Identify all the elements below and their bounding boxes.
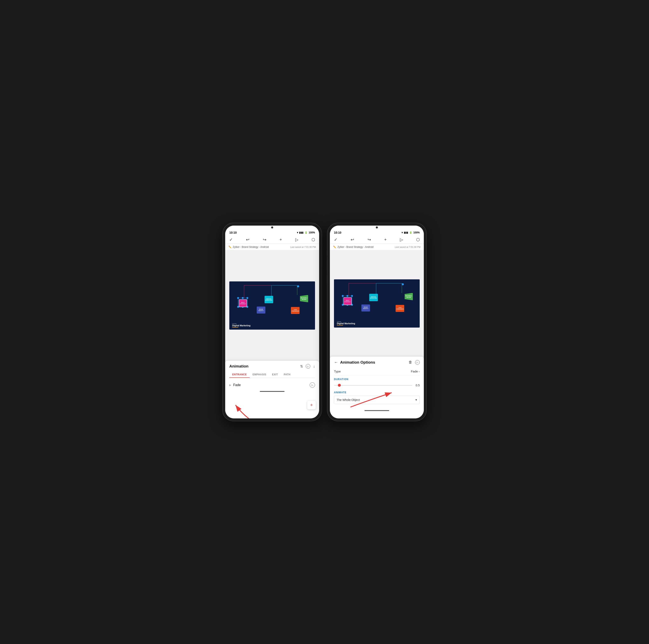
type-chevron: › [419, 370, 420, 373]
tab-path[interactable]: PATH [281, 372, 293, 378]
animate-section-label: ANIMATE [334, 391, 420, 394]
tab-exit[interactable]: EXIT [269, 372, 281, 378]
connector-build [244, 285, 244, 299]
slider-thumb[interactable] [338, 384, 341, 387]
node-brand-2[interactable]: BRANDIDENTITY [361, 304, 370, 311]
edit-icon-2: ✏️ [333, 246, 336, 249]
wifi-icon-2: ▾ [401, 231, 403, 234]
handle-tr-2 [351, 295, 353, 297]
animation-options-panel: ← Animation Options 🗑 ▷ Type Fade › [330, 357, 424, 418]
redo-button-2[interactable]: ↪ [367, 237, 371, 242]
duration-row: 0.5 [334, 382, 420, 389]
battery-icon-2: 🔋 [409, 231, 412, 234]
play-button[interactable]: ▷ [295, 237, 298, 242]
undo-button-2[interactable]: ↩ [351, 237, 354, 242]
status-time-2: 10:10 [334, 231, 341, 234]
fab-add-button[interactable]: + [307, 401, 316, 410]
connector-top2 [271, 285, 297, 286]
slide-title-area: Overview Digital Marketing [232, 323, 251, 328]
tab-emphasis[interactable]: EMPHASIS [250, 372, 269, 378]
share-button-2[interactable]: ⬡ [416, 237, 420, 242]
phone-1: 10:10 ▾ ▮▮▮ 🔋 100% ✓ ↩ ↪ + ▷ ⬡ [223, 223, 321, 421]
duration-section-label: DURATION [334, 378, 420, 381]
toolbar: ✓ ↩ ↪ + ▷ ⬡ [225, 235, 319, 244]
edit-icon: ✏️ [228, 246, 231, 249]
delete-icon[interactable]: 🗑 [408, 360, 412, 364]
duration-slider[interactable] [334, 385, 412, 386]
signal-icon: ▮▮▮ [299, 231, 303, 234]
animation-item-left: ▶ Fade [229, 383, 241, 387]
panel-title: Animation [229, 364, 249, 369]
play-button-2[interactable]: ▷ [400, 237, 403, 242]
options-panel-icons: 🗑 ▷ [408, 360, 420, 364]
node-inbound[interactable]: INBOUNDMARKETING [265, 296, 273, 303]
status-icons: ▾ ▮▮▮ 🔋 100% [297, 231, 315, 234]
node-lead-2[interactable]: LEADCONVERSION [396, 305, 404, 312]
last-saved: Last saved at 7:01:30 PM [290, 246, 316, 248]
back-button[interactable]: ← [334, 360, 338, 364]
add-button[interactable]: + [279, 237, 282, 242]
options-panel-title: Animation Options [340, 360, 375, 364]
red-arrow-annotation-1 [229, 401, 254, 418]
power-button-2 [426, 256, 427, 268]
animate-dropdown[interactable]: The Whole Object ▾ [334, 395, 420, 404]
fade-play-button[interactable]: ▷ [310, 382, 315, 388]
canvas-area[interactable]: BUILDSTRATEGY INBOUNDMARKETING MEASURE &… [225, 250, 319, 361]
home-indicator [260, 391, 285, 392]
dropdown-arrow-icon: ▾ [415, 398, 417, 402]
node-brand[interactable]: BRANDIDENTITY [257, 307, 265, 313]
type-label: Type [334, 370, 341, 373]
slide-preview-2[interactable]: BUILDSTRATEGY INBOUNDMARKETING MEASURE &… [334, 280, 420, 328]
redo-button[interactable]: ↪ [263, 237, 266, 242]
home-indicator-2 [364, 410, 389, 411]
connector-top2-2 [376, 283, 402, 284]
undo-button[interactable]: ↩ [246, 237, 250, 242]
share-button[interactable]: ⬡ [311, 237, 315, 242]
node-measure[interactable]: MEASURE &REVIEW [300, 295, 308, 302]
slide-title-area-2: Overview Digital Marketing [337, 321, 355, 326]
animation-name: Fade [233, 383, 241, 387]
slide-title: Digital Marketing [232, 324, 251, 327]
node-build-2[interactable]: BUILDSTRATEGY [343, 297, 352, 305]
status-icons-2: ▾ ▮▮▮ 🔋 100% [401, 231, 420, 234]
battery-percent: 100% [309, 231, 315, 234]
animate-value: The Whole Object [337, 398, 360, 401]
reorder-icon[interactable]: ⇅ [300, 364, 303, 368]
fade-animation-item[interactable]: ▶ Fade ▷ [229, 381, 315, 389]
signal-icon-2: ▮▮▮ [404, 231, 408, 234]
handle-tc [242, 297, 244, 299]
type-value: Fade [411, 370, 418, 373]
breadcrumb-left: ✏️ Zylker - Brand Strategy - Android [228, 246, 269, 249]
power-button [321, 256, 322, 268]
volume-down-button [222, 273, 223, 285]
type-row[interactable]: Type Fade › [334, 368, 420, 375]
node-build[interactable]: BUILDSTRATEGY [239, 299, 247, 307]
slide-underline [232, 327, 239, 328]
top-dot-2 [402, 283, 404, 285]
slide-preview[interactable]: BUILDSTRATEGY INBOUNDMARKETING MEASURE &… [229, 282, 315, 330]
top-dot [297, 285, 299, 287]
animation-panel: Animation ⇅ ▷ ↓ ENTRANCE EMPHASIS EXIT P… [225, 361, 319, 418]
tab-entrance[interactable]: ENTRANCE [229, 372, 250, 378]
node-measure-2[interactable]: MEASURE &REVIEW [405, 293, 413, 300]
canvas-area-2[interactable]: BUILDSTRATEGY INBOUNDMARKETING MEASURE &… [330, 250, 424, 357]
toolbar-2: ✓ ↩ ↪ + ▷ ⬡ [330, 235, 424, 244]
check-button[interactable]: ✓ [229, 237, 233, 242]
duration-value: 0.5 [415, 384, 420, 387]
slide-content-2: BUILDSTRATEGY INBOUNDMARKETING MEASURE &… [334, 280, 420, 328]
node-lead[interactable]: LEADCONVERSION [291, 307, 300, 314]
mute-button-2 [327, 250, 328, 257]
node-inbound-2[interactable]: INBOUNDMARKETING [369, 294, 378, 301]
download-icon[interactable]: ↓ [313, 364, 315, 369]
last-saved-2: Last saved at 7:01:30 PM [395, 246, 421, 248]
check-button-2[interactable]: ✓ [334, 237, 338, 242]
wifi-icon: ▾ [297, 231, 298, 234]
panel-header: Animation ⇅ ▷ ↓ [229, 364, 315, 369]
breadcrumb-2: ✏️ Zylker - Brand Strategy - Android Las… [330, 244, 424, 250]
camera [271, 226, 273, 228]
back-left: ← Animation Options [334, 360, 375, 364]
play-animation-button[interactable]: ▷ [306, 364, 310, 369]
mute-button [222, 250, 223, 257]
options-play-button[interactable]: ▷ [415, 360, 420, 364]
add-button-2[interactable]: + [384, 237, 387, 242]
